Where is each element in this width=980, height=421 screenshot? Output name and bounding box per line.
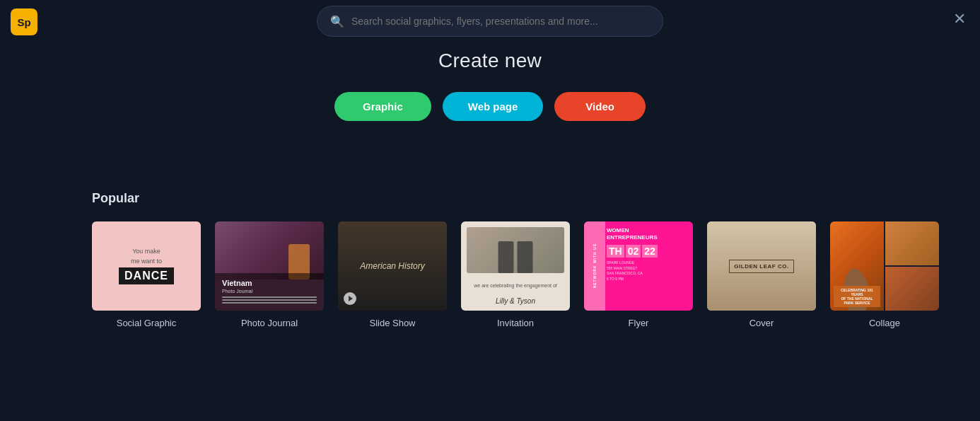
- flyer-details: SPARK LOUNGE 555 MAIN STREET SAN FRANCIS…: [607, 260, 690, 282]
- collage-cell-3: [885, 267, 939, 311]
- template-invitation[interactable]: we are celebrating the engagement of Lil…: [461, 221, 570, 328]
- template-label-invitation: Invitation: [497, 318, 534, 328]
- invitation-text: we are celebrating the engagement of: [474, 283, 557, 288]
- collage-banner: CELEBRATING 101 YEARSOF THE NATIONAL PAR…: [834, 286, 880, 307]
- template-label-slide-show: Slide Show: [369, 318, 415, 328]
- social-dance: DANCE: [119, 267, 174, 284]
- flyer-network-text: NETWORK WITH US: [593, 243, 597, 288]
- search-bar[interactable]: 🔍: [317, 6, 663, 37]
- template-social-graphic[interactable]: You make me want to DANCE Social Graphic: [92, 221, 201, 328]
- template-label-flyer: Flyer: [629, 318, 649, 328]
- flyer-date-year: 22: [642, 245, 658, 258]
- app-logo: Sp: [11, 8, 37, 35]
- video-button[interactable]: Video: [554, 92, 646, 121]
- flyer-preview: NETWORK WITH US WOMENENTREPRENEURS TH 02…: [584, 221, 693, 311]
- invitation-preview: we are celebrating the engagement of Lil…: [461, 221, 570, 311]
- template-label-social-graphic: Social Graphic: [117, 318, 177, 328]
- journal-subtitle: Photo Journal: [222, 289, 317, 294]
- popular-title: Popular: [92, 191, 888, 206]
- flyer-title: WOMENENTREPRENEURS: [607, 227, 690, 241]
- template-cover[interactable]: GILDEN LEAF CO. Cover: [707, 221, 816, 328]
- journal-title: Vietnam: [222, 279, 317, 287]
- play-icon: [344, 292, 356, 305]
- template-thumb-collage: CELEBRATING 101 YEARSOF THE NATIONAL PAR…: [830, 221, 939, 311]
- collage-cell-1: CELEBRATING 101 YEARSOF THE NATIONAL PAR…: [830, 221, 884, 311]
- cover-preview: GILDEN LEAF CO.: [707, 221, 816, 311]
- slideshow-preview: American History: [338, 221, 447, 311]
- social-line2: me want to: [119, 258, 174, 265]
- photo-journal-preview: Vietnam Photo Journal: [215, 221, 324, 311]
- flyer-date-th: TH: [607, 245, 624, 258]
- flyer-date-day: 02: [626, 245, 641, 258]
- template-label-photo-journal: Photo Journal: [241, 318, 298, 328]
- template-thumb-cover: GILDEN LEAF CO.: [707, 221, 816, 311]
- template-thumb-flyer: NETWORK WITH US WOMENENTREPRENEURS TH 02…: [584, 221, 693, 311]
- cover-logo: GILDEN LEAF CO.: [729, 260, 793, 273]
- collage-cell-2: [885, 221, 939, 265]
- create-buttons: Graphic Web page Video: [334, 92, 646, 121]
- search-input[interactable]: [351, 16, 650, 27]
- social-line1: You make: [119, 248, 174, 255]
- template-thumb-photo-journal: Vietnam Photo Journal: [215, 221, 324, 311]
- template-thumb-slide-show: American History: [338, 221, 447, 311]
- collage-preview: CELEBRATING 101 YEARSOF THE NATIONAL PAR…: [830, 221, 939, 311]
- template-collage[interactable]: CELEBRATING 101 YEARSOF THE NATIONAL PAR…: [830, 221, 939, 328]
- template-photo-journal[interactable]: Vietnam Photo Journal Photo Journal: [215, 221, 324, 328]
- close-button[interactable]: ✕: [953, 11, 966, 27]
- social-graphic-preview: You make me want to DANCE: [92, 221, 201, 311]
- template-flyer[interactable]: NETWORK WITH US WOMENENTREPRENEURS TH 02…: [584, 221, 693, 328]
- template-label-cover: Cover: [749, 318, 774, 328]
- popular-section: Popular You make me want to DANCE Social…: [0, 191, 980, 328]
- main-content: Create new Graphic Web page Video: [0, 50, 980, 156]
- popular-grid: You make me want to DANCE Social Graphic…: [92, 221, 888, 328]
- template-thumb-invitation: we are celebrating the engagement of Lil…: [461, 221, 570, 311]
- invitation-names: Lilly & Tyson: [496, 297, 535, 305]
- slideshow-title: American History: [360, 261, 424, 271]
- template-thumb-social-graphic: You make me want to DANCE: [92, 221, 201, 311]
- create-new-title: Create new: [438, 50, 542, 72]
- template-label-collage: Collage: [869, 318, 900, 328]
- graphic-button[interactable]: Graphic: [334, 92, 431, 121]
- top-bar: Sp 🔍 ✕: [0, 0, 980, 42]
- search-icon: 🔍: [330, 15, 344, 28]
- template-slide-show[interactable]: American History Slide Show: [338, 221, 447, 328]
- webpage-button[interactable]: Web page: [443, 92, 544, 121]
